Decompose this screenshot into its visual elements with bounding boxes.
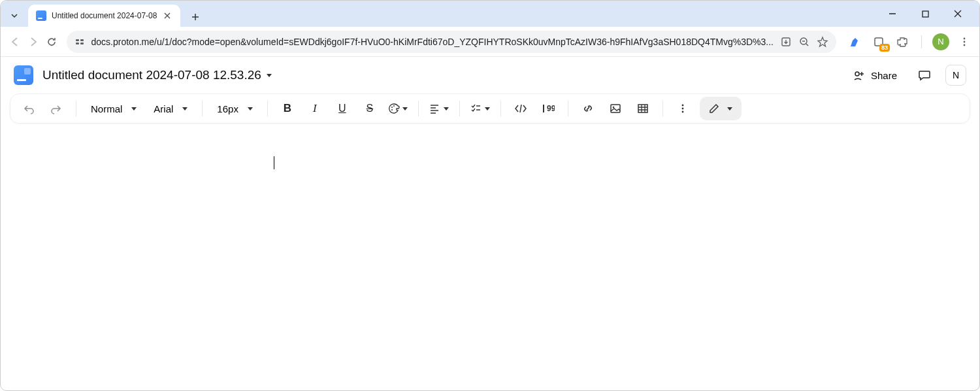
chevron-down-icon [444, 107, 449, 110]
link-button[interactable] [575, 97, 601, 120]
extensions-puzzle-icon[interactable] [894, 33, 911, 50]
svg-rect-4 [80, 42, 84, 44]
app-logo-icon[interactable] [14, 65, 33, 85]
chevron-down-icon [485, 107, 490, 110]
checklist-icon [470, 103, 481, 114]
image-button[interactable] [602, 97, 629, 120]
redo-button[interactable] [43, 97, 69, 120]
url-text: docs.proton.me/u/1/doc?mode=open&volumeI… [91, 37, 774, 47]
comment-icon [918, 69, 931, 82]
extension-badge-icon[interactable]: 83 [870, 33, 887, 50]
separator [500, 101, 501, 116]
tab-favicon-icon [36, 10, 46, 21]
address-bar-row: docs.proton.me/u/1/doc?mode=open&volumeI… [1, 27, 979, 57]
text-cursor [274, 156, 274, 169]
svg-point-12 [391, 107, 393, 108]
svg-rect-2 [80, 39, 84, 41]
palette-icon [388, 103, 400, 114]
separator [267, 101, 268, 116]
separator [662, 101, 663, 116]
window-controls [883, 4, 974, 24]
svg-point-13 [393, 105, 395, 107]
table-button[interactable] [630, 97, 656, 120]
editing-mode-button[interactable] [700, 97, 742, 120]
quote-icon: 99 [542, 103, 555, 114]
svg-rect-0 [923, 11, 928, 17]
checklist-button[interactable] [466, 97, 494, 120]
omnibox[interactable]: docs.proton.me/u/1/doc?mode=open&volumeI… [67, 31, 837, 53]
user-menu-button[interactable]: N [945, 65, 966, 86]
maximize-button[interactable] [915, 4, 935, 24]
svg-rect-1 [76, 39, 79, 41]
more-vertical-icon [678, 103, 688, 114]
document-title: Untitled document 2024-07-08 12.53.26 [42, 68, 261, 82]
formatting-toolbar: Normal Arial 16px B I U S 99 [10, 94, 970, 124]
separator [76, 101, 76, 116]
share-icon [853, 69, 866, 82]
svg-point-14 [391, 109, 393, 110]
size-label: 16px [217, 103, 238, 114]
document-title-dropdown[interactable]: Untitled document 2024-07-08 12.53.26 [42, 68, 272, 82]
font-size-select[interactable]: 16px [209, 97, 261, 120]
new-tab-button[interactable] [186, 7, 205, 27]
chevron-down-icon [131, 107, 137, 110]
install-icon[interactable] [780, 36, 792, 48]
profile-initial: N [938, 37, 943, 46]
app-header: Untitled document 2024-07-08 12.53.26 Sh… [1, 57, 979, 94]
svg-rect-3 [76, 42, 79, 44]
svg-point-10 [964, 44, 966, 46]
svg-rect-16 [611, 105, 620, 112]
svg-rect-18 [638, 105, 647, 112]
style-label: Normal [91, 103, 122, 114]
separator [568, 101, 568, 116]
svg-point-8 [964, 37, 966, 39]
close-window-button[interactable] [948, 4, 968, 24]
font-label: Arial [154, 103, 173, 114]
undo-button[interactable] [16, 97, 42, 120]
separator [459, 101, 460, 116]
image-icon [610, 103, 621, 114]
text-color-button[interactable] [384, 97, 412, 120]
underline-button[interactable]: U [329, 97, 355, 120]
strikethrough-button[interactable]: S [357, 97, 383, 120]
svg-point-19 [681, 105, 683, 107]
divider [921, 35, 922, 48]
svg-text:99: 99 [547, 104, 555, 113]
separator [418, 101, 419, 116]
quote-button[interactable]: 99 [535, 97, 561, 120]
comments-button[interactable] [913, 63, 936, 87]
link-icon [582, 103, 594, 114]
paragraph-style-select[interactable]: Normal [83, 97, 144, 120]
reload-button[interactable] [44, 31, 59, 53]
code-block-button[interactable] [508, 97, 534, 120]
italic-button[interactable]: I [302, 97, 328, 120]
tab-close-button[interactable] [162, 10, 172, 21]
svg-point-17 [613, 107, 615, 109]
chevron-down-icon [267, 74, 272, 77]
forward-button[interactable] [25, 31, 41, 53]
browser-menu-button[interactable] [956, 33, 973, 50]
align-left-icon [429, 103, 440, 114]
chevron-down-icon [727, 107, 732, 110]
separator [202, 101, 203, 116]
minimize-button[interactable] [883, 4, 902, 24]
align-button[interactable] [425, 97, 453, 120]
share-button[interactable]: Share [846, 65, 904, 86]
extension-pen-icon[interactable] [847, 33, 864, 50]
back-button[interactable] [7, 31, 23, 53]
browser-tab[interactable]: Untitled document 2024-07-08 [28, 5, 180, 27]
font-family-select[interactable]: Arial [146, 97, 195, 120]
svg-point-20 [681, 108, 683, 110]
share-label: Share [871, 70, 897, 81]
more-options-button[interactable] [670, 97, 696, 120]
document-canvas[interactable] [1, 130, 979, 169]
extension-badge-count: 83 [879, 44, 890, 52]
table-icon [637, 103, 649, 114]
pencil-icon [709, 103, 719, 114]
browser-profile-avatar[interactable]: N [932, 33, 949, 50]
zoom-icon[interactable] [798, 36, 810, 48]
bold-button[interactable]: B [274, 97, 301, 120]
site-info-icon[interactable] [74, 37, 85, 47]
tab-search-dropdown[interactable] [3, 5, 25, 27]
bookmark-icon[interactable] [817, 36, 828, 48]
